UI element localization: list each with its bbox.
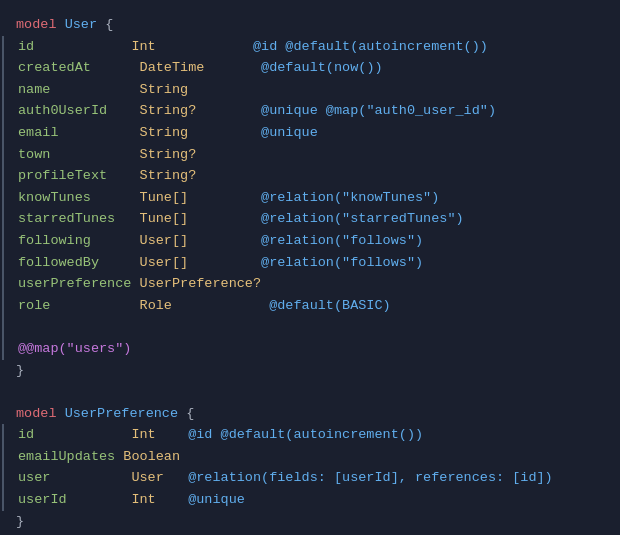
- field-type-following: User[]: [140, 230, 189, 252]
- field-name-role: role: [18, 295, 50, 317]
- field-auth0userid: auth0UserId String? @unique @map("auth0_…: [2, 100, 620, 122]
- field-type-name: String: [140, 79, 189, 101]
- close-brace-userpref: }: [0, 511, 620, 533]
- field-attr-auth0userid: @unique @map("auth0_user_id"): [261, 100, 496, 122]
- field-attr-followedby: @relation("follows"): [261, 252, 423, 274]
- field-type-id: Int: [131, 36, 155, 58]
- map-user: @@map("users"): [2, 338, 620, 360]
- field-name-userid-up: userId: [18, 489, 67, 511]
- field-name-email: email: [18, 122, 59, 144]
- field-attr-user-up: @relation(fields: [userId], references: …: [188, 467, 553, 489]
- field-name-followedby: followedBy: [18, 252, 99, 274]
- field-type-followedby: User[]: [140, 252, 189, 274]
- field-type-id-up: Int: [131, 424, 155, 446]
- field-role: role Role @default(BASIC): [2, 295, 620, 317]
- open-brace-user: {: [105, 14, 113, 36]
- open-brace-userpref: {: [186, 403, 194, 425]
- field-attr-starredtunes: @relation("starredTunes"): [261, 208, 464, 230]
- field-name-name: name: [18, 79, 50, 101]
- user-model-header: model User {: [0, 14, 620, 36]
- field-emailupdates: emailUpdates Boolean: [2, 446, 620, 468]
- field-profiletext: profileText String?: [2, 165, 620, 187]
- field-name-following: following: [18, 230, 91, 252]
- field-attr-id: @id @default(autoincrement()): [253, 36, 488, 58]
- userpref-model-header: model UserPreference {: [0, 403, 620, 425]
- field-name-knowtunes: knowTunes: [18, 187, 91, 209]
- field-type-userid-up: Int: [131, 489, 155, 511]
- brace-close-user: }: [16, 360, 24, 382]
- field-type-emailupdates: Boolean: [123, 446, 180, 468]
- field-followedby: followedBy User[] @relation("follows"): [2, 252, 620, 274]
- field-town: town String?: [2, 144, 620, 166]
- field-name-auth0userid: auth0UserId: [18, 100, 107, 122]
- field-type-auth0userid: String?: [140, 100, 197, 122]
- field-attr-createdat: @default(now()): [261, 57, 383, 79]
- field-type-createdat: DateTime: [140, 57, 205, 79]
- model-name-user: User: [65, 14, 97, 36]
- keyword-model-userpref: model: [16, 403, 57, 425]
- empty-line-user: [2, 316, 620, 338]
- field-name-emailupdates: emailUpdates: [18, 446, 115, 468]
- field-attr-id-up: @id @default(autoincrement()): [188, 424, 423, 446]
- model-name-userpref: UserPreference: [65, 403, 178, 425]
- keyword-model-user: model: [16, 14, 57, 36]
- field-attr-role: @default(BASIC): [269, 295, 391, 317]
- field-type-starredtunes: Tune[]: [140, 208, 189, 230]
- field-email: email String @unique: [2, 122, 620, 144]
- field-type-user-up: User: [131, 467, 163, 489]
- field-type-profiletext: String?: [140, 165, 197, 187]
- field-type-role: Role: [140, 295, 172, 317]
- field-name-id-up: id: [18, 424, 34, 446]
- field-type-knowtunes: Tune[]: [140, 187, 189, 209]
- field-createdat: createdAt DateTime @default(now()): [2, 57, 620, 79]
- field-userid-up: userId Int @unique: [2, 489, 620, 511]
- field-attr-userid-up: @unique: [188, 489, 245, 511]
- field-name-starredtunes: starredTunes: [18, 208, 115, 230]
- map-attr-user: @@map("users"): [18, 338, 131, 360]
- field-id-userpref: id Int @id @default(autoincrement()): [2, 424, 620, 446]
- field-name-userpreference: userPreference: [18, 273, 131, 295]
- field-attr-knowtunes: @relation("knowTunes"): [261, 187, 439, 209]
- field-name-id: id: [18, 36, 34, 58]
- close-brace-user: }: [0, 360, 620, 382]
- field-following: following User[] @relation("follows"): [2, 230, 620, 252]
- code-editor: model User { id Int @id @default(autoinc…: [0, 10, 620, 535]
- field-type-userpreference: UserPreference?: [140, 273, 262, 295]
- field-type-town: String?: [140, 144, 197, 166]
- field-name-createdat: createdAt: [18, 57, 91, 79]
- empty-line-between: [0, 381, 620, 403]
- field-name-user-up: user: [18, 467, 50, 489]
- field-id-user: id Int @id @default(autoincrement()): [2, 36, 620, 58]
- field-name-profiletext: profileText: [18, 165, 107, 187]
- brace-close-userpref: }: [16, 511, 24, 533]
- field-userpreference: userPreference UserPreference?: [2, 273, 620, 295]
- field-user-up: user User @relation(fields: [userId], re…: [2, 467, 620, 489]
- field-name: name String: [2, 79, 620, 101]
- field-knowtunes: knowTunes Tune[] @relation("knowTunes"): [2, 187, 620, 209]
- field-starredtunes: starredTunes Tune[] @relation("starredTu…: [2, 208, 620, 230]
- field-type-email: String: [140, 122, 189, 144]
- field-attr-email: @unique: [261, 122, 318, 144]
- field-name-town: town: [18, 144, 50, 166]
- field-attr-following: @relation("follows"): [261, 230, 423, 252]
